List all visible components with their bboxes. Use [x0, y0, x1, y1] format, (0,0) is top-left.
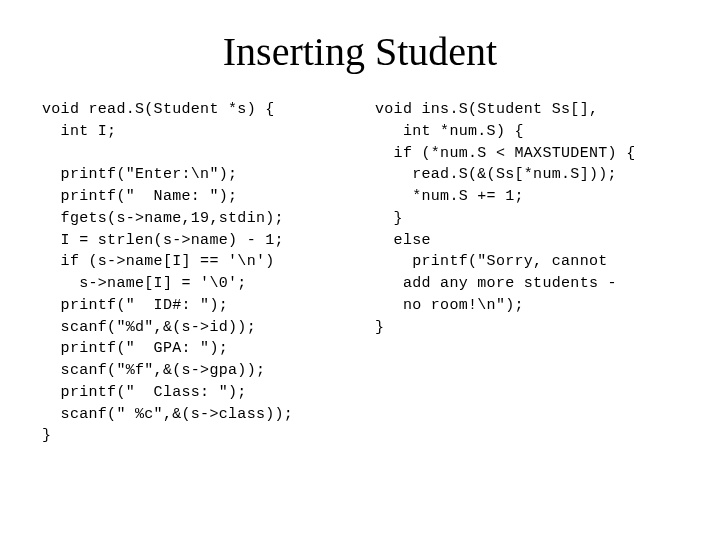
- code-left: void read.S(Student *s) { int I; printf(…: [42, 99, 355, 447]
- slide-title: Inserting Student: [0, 28, 720, 75]
- code-right: void ins.S(Student Ss[], int *num.S) { i…: [375, 99, 688, 447]
- code-columns: void read.S(Student *s) { int I; printf(…: [0, 99, 720, 447]
- slide: Inserting Student void read.S(Student *s…: [0, 28, 720, 540]
